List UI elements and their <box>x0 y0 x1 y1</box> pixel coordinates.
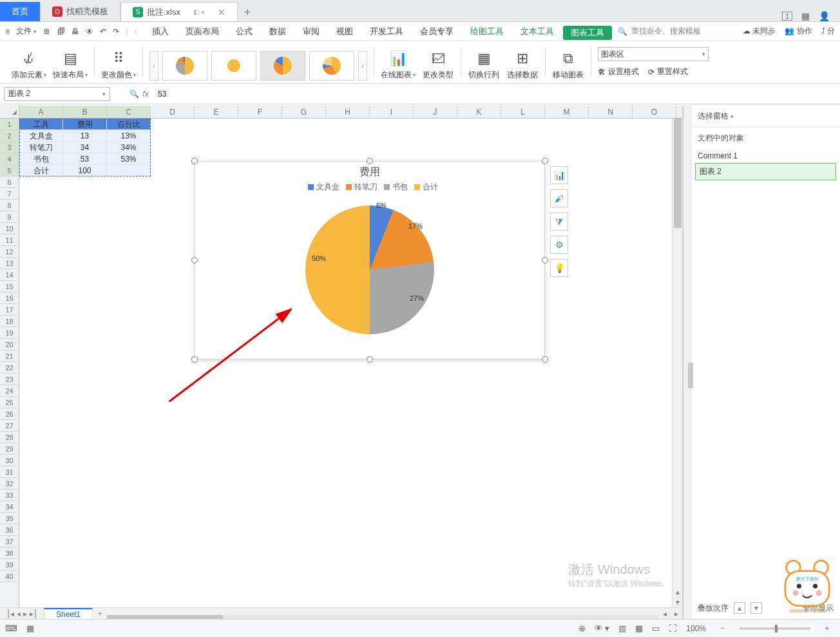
row-header-10[interactable]: 10 <box>0 223 19 234</box>
qa-save-icon[interactable]: 🗎 <box>43 27 51 36</box>
menu-data[interactable]: 数据 <box>262 22 294 41</box>
avatar-icon[interactable]: 👤 <box>819 11 830 21</box>
cell-A2[interactable]: 文具盒 <box>19 130 63 142</box>
qa-preview-icon[interactable]: 👁 <box>86 27 93 36</box>
tab-file[interactable]: S 批注.xlsx ◧ ● ✕ <box>120 2 238 21</box>
sync-status[interactable]: ☁ 未同步 <box>743 26 776 37</box>
row-header-16[interactable]: 16 <box>0 292 19 304</box>
col-header-E[interactable]: E <box>195 106 238 118</box>
col-header-D[interactable]: D <box>151 106 195 118</box>
col-header-A[interactable]: A <box>19 106 63 118</box>
row-header-37[interactable]: 37 <box>0 536 19 547</box>
pane-resize-rail[interactable] <box>683 106 691 619</box>
cell-B3[interactable]: 34 <box>63 142 107 153</box>
chart-settings-icon[interactable]: ⚙ <box>550 236 568 254</box>
tab-docai[interactable]: D 找稻壳模板 <box>41 2 120 21</box>
chart-elements-icon[interactable]: 📊 <box>550 166 568 184</box>
col-header-L[interactable]: L <box>501 106 545 118</box>
sheet-next-icon[interactable]: ▸ <box>23 609 27 618</box>
col-header-J[interactable]: J <box>414 106 457 118</box>
hscroll-left-icon[interactable]: ◂ <box>659 609 671 618</box>
legend-item[interactable]: 书包 <box>377 182 408 191</box>
cell-A5[interactable]: 合计 <box>19 165 63 176</box>
row-header-35[interactable]: 35 <box>0 513 19 524</box>
chart-legend[interactable]: 文具盒转笔刀书包合计 <box>195 182 544 193</box>
row-header-6[interactable]: 6 <box>0 176 19 188</box>
fx-search-icon[interactable]: 🔍 <box>128 90 140 99</box>
cell-A3[interactable]: 转笔刀 <box>19 142 63 153</box>
menu-vip[interactable]: 会员专享 <box>412 22 461 41</box>
move-chart-button[interactable]: ⧉ 移动图表 <box>552 50 584 81</box>
command-search[interactable]: 🔍 查找命令、搜索模板 <box>613 24 705 39</box>
cell-B4[interactable]: 53 <box>63 153 107 165</box>
cell-C2[interactable]: 13% <box>107 130 151 142</box>
menu-page-layout[interactable]: 页面布局 <box>178 22 227 41</box>
row-header-34[interactable]: 34 <box>0 501 19 513</box>
resize-handle-r[interactable] <box>542 257 548 263</box>
row-header-12[interactable]: 12 <box>0 246 19 258</box>
row-header-14[interactable]: 14 <box>0 269 19 281</box>
chart-style-gallery[interactable]: ‹ › <box>149 51 367 81</box>
cell-B1[interactable]: 费用 <box>63 119 107 130</box>
row-header-25[interactable]: 25 <box>0 397 19 408</box>
view-pagebreak-icon[interactable]: ▦ <box>635 623 643 633</box>
zoom-out-button[interactable]: － <box>715 623 730 634</box>
status-focus-icon[interactable]: ⊕ <box>578 623 586 633</box>
row-header-36[interactable]: 36 <box>0 524 19 536</box>
row-header-31[interactable]: 31 <box>0 466 19 478</box>
row-headers[interactable]: 1234567891011121314151617181920212223242… <box>0 119 19 619</box>
cell-C1[interactable]: 百分比 <box>107 119 151 130</box>
cell-B2[interactable]: 13 <box>63 130 107 142</box>
resize-handle-bl[interactable] <box>191 356 198 363</box>
chart-idea-icon[interactable]: 💡 <box>550 259 568 277</box>
row-header-15[interactable]: 15 <box>0 281 19 292</box>
row-header-18[interactable]: 18 <box>0 316 19 327</box>
row-header-4[interactable]: 4 <box>0 153 19 165</box>
online-chart-button[interactable]: 📊 在线图表▾ <box>381 50 415 81</box>
apps-icon[interactable]: ▦ <box>801 11 810 21</box>
qa-print-icon[interactable]: 🖶 <box>72 27 79 36</box>
add-element-button[interactable]: ⫝̸ 添加元素▾ <box>12 50 46 81</box>
sheet-tab-1[interactable]: Sheet1 <box>44 608 93 620</box>
sheet-add-button[interactable]: ＋ <box>93 608 107 619</box>
col-header-G[interactable]: G <box>282 106 326 118</box>
menu-insert[interactable]: 插入 <box>144 22 177 41</box>
vscroll-thumb[interactable] <box>674 119 682 228</box>
cell-C3[interactable]: 34% <box>107 142 151 153</box>
row-header-32[interactable]: 32 <box>0 478 19 490</box>
row-header-26[interactable]: 26 <box>0 408 19 420</box>
style-thumb-4[interactable] <box>309 51 354 81</box>
row-header-19[interactable]: 19 <box>0 327 19 339</box>
share-button[interactable]: ⤴ 分 <box>821 26 835 37</box>
row-header-29[interactable]: 29 <box>0 443 19 455</box>
gallery-prev-icon[interactable]: ‹ <box>149 51 158 81</box>
resize-handle-br[interactable] <box>542 356 548 363</box>
row-header-3[interactable]: 3 <box>0 142 19 153</box>
col-header-C[interactable]: C <box>107 106 151 118</box>
row-header-40[interactable]: 40 <box>0 571 19 582</box>
tab-add-button[interactable]: ＋ <box>238 2 257 21</box>
row-header-9[interactable]: 9 <box>0 211 19 223</box>
menu-review[interactable]: 审阅 <box>295 22 327 41</box>
tab-home[interactable]: 首页 <box>0 2 41 21</box>
tab-close-icon[interactable]: ✕ <box>218 7 225 17</box>
formula-value[interactable]: 53 <box>158 90 166 99</box>
cell-C5[interactable] <box>107 165 151 176</box>
row-header-38[interactable]: 38 <box>0 547 19 559</box>
row-header-5[interactable]: 5 <box>0 165 19 176</box>
sheet-nav[interactable]: ⎮◂ ◂ ▸ ▸⎮ <box>0 609 44 618</box>
status-eye-icon[interactable]: 👁 ▾ <box>595 623 610 633</box>
row-header-17[interactable]: 17 <box>0 304 19 316</box>
bring-forward-icon[interactable]: ▴ <box>734 602 745 614</box>
chart-title[interactable]: 费用 <box>195 166 544 179</box>
quick-layout-button[interactable]: ▤ 快速布局▾ <box>53 50 88 81</box>
chart-style-icon[interactable]: 🖌 <box>550 189 568 207</box>
row-header-8[interactable]: 8 <box>0 200 19 211</box>
view-reading-icon[interactable]: ▭ <box>652 623 660 633</box>
col-header-H[interactable]: H <box>326 106 370 118</box>
column-headers[interactable]: ◢ ABCDEFGHIJKLMNO <box>0 106 682 119</box>
menu-chart-tools[interactable]: 图表工具 <box>563 26 612 40</box>
col-header-F[interactable]: F <box>238 106 282 118</box>
resize-handle-b[interactable] <box>367 356 373 363</box>
sheet-first-icon[interactable]: ⎮◂ <box>6 609 14 618</box>
